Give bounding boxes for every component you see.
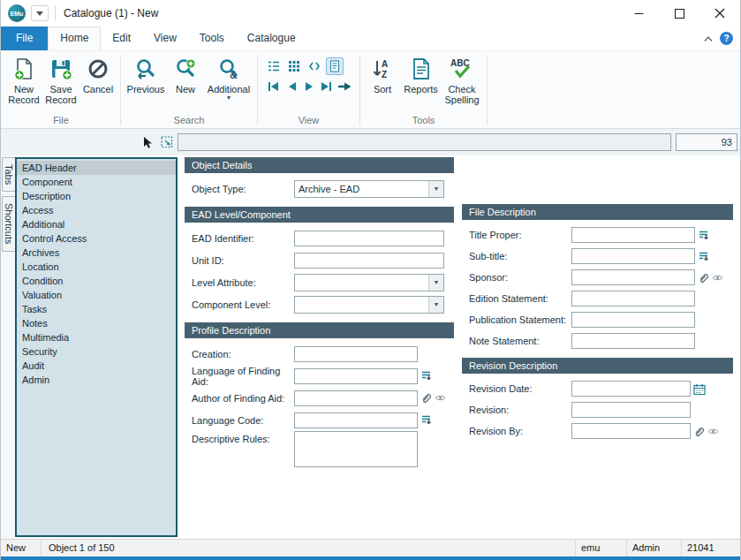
tab-edit[interactable]: Edit	[101, 26, 142, 50]
side-tab-shortcuts[interactable]: Shortcuts	[2, 196, 15, 251]
last-record-button[interactable]	[319, 81, 333, 92]
field-label: EAD Identifier:	[192, 233, 294, 244]
revision-date-input[interactable]	[571, 381, 691, 397]
sidebar-item-location[interactable]: Location	[17, 260, 176, 274]
ead-identifier-input[interactable]	[294, 231, 444, 246]
section-header-object-details: Object Details	[185, 157, 454, 173]
eye-icon[interactable]	[435, 394, 446, 402]
sub-title-input[interactable]	[571, 248, 695, 264]
language-code-input[interactable]	[294, 412, 418, 428]
help-icon[interactable]: ?	[720, 32, 733, 45]
field-label: Object Type:	[192, 184, 294, 194]
sidebar-item-archives[interactable]: Archives	[17, 246, 176, 260]
author-of-finding-aid-input[interactable]	[294, 390, 418, 406]
minimize-button[interactable]	[618, 0, 659, 26]
window-bottom-accent	[1, 556, 740, 560]
view-mode-page-button[interactable]	[326, 57, 344, 75]
additional-search-icon: &	[217, 56, 240, 82]
note-statement-input[interactable]	[571, 333, 695, 349]
attachment-icon[interactable]	[420, 392, 432, 404]
summary-field[interactable]	[178, 133, 671, 151]
reports-button[interactable]: Reports	[401, 53, 441, 95]
field-label: Descriptive Rules:	[192, 431, 294, 444]
sidebar-item-ead-header[interactable]: EAD Header	[17, 161, 176, 175]
lookup-list-icon[interactable]	[420, 414, 432, 426]
sidebar-item-multimedia[interactable]: Multimedia	[17, 330, 176, 344]
tab-home[interactable]: Home	[48, 26, 101, 50]
revision-input[interactable]	[571, 402, 691, 418]
additional-search-button[interactable]: & Additional ▾	[204, 53, 253, 102]
previous-search-button[interactable]: Previous	[125, 53, 167, 95]
calendar-icon[interactable]	[693, 383, 706, 395]
publication-statement-input[interactable]	[571, 312, 695, 328]
side-tab-tabs[interactable]: Tabs	[2, 157, 15, 192]
check-spelling-label: Check Spelling	[441, 84, 483, 105]
lookup-list-icon[interactable]	[420, 370, 432, 382]
tab-file[interactable]: File	[1, 26, 48, 50]
sidebar-item-condition[interactable]: Condition	[17, 274, 176, 288]
lookup-list-icon[interactable]	[698, 251, 709, 262]
view-mode-details-button[interactable]	[306, 57, 323, 75]
creation-input[interactable]	[294, 346, 418, 362]
status-server: emu	[576, 540, 627, 556]
sidebar-item-component[interactable]: Component	[17, 175, 176, 189]
eye-icon[interactable]	[712, 274, 723, 282]
component-level-select[interactable]: ▼	[294, 296, 444, 314]
window-controls	[618, 0, 740, 26]
goto-record-button[interactable]	[337, 81, 352, 92]
details-view-icon	[308, 60, 321, 72]
title-proper-input[interactable]	[571, 227, 695, 243]
new-search-button[interactable]: New	[167, 53, 204, 95]
next-record-button[interactable]	[302, 81, 314, 92]
object-type-select[interactable]: Archive - EAD ▼	[294, 180, 444, 198]
save-record-button[interactable]: Save Record	[42, 53, 79, 105]
tab-view[interactable]: View	[142, 26, 188, 50]
sort-button[interactable]: A Z Sort	[364, 53, 401, 95]
attachment-icon[interactable]	[698, 272, 709, 284]
level-attribute-select[interactable]: ▼	[294, 274, 444, 291]
sidebar-item-security[interactable]: Security	[17, 344, 176, 359]
sidebar-item-control-access[interactable]: Control Access	[17, 231, 176, 246]
sidebar-item-description[interactable]: Description	[17, 189, 176, 203]
svg-text:Z: Z	[382, 70, 387, 79]
sidebar-item-access[interactable]: Access	[17, 203, 176, 217]
cancel-button[interactable]: Cancel	[79, 53, 117, 95]
sponsor-input[interactable]	[571, 269, 695, 285]
view-mode-grid-button[interactable]	[285, 57, 303, 75]
revision-by-input[interactable]	[571, 423, 691, 439]
status-bar: New Object 1 of 150 emu Admin 21041	[1, 539, 740, 556]
new-record-button[interactable]: New Record	[5, 53, 42, 105]
sidebar-item-additional[interactable]: Additional	[17, 217, 176, 231]
eye-icon[interactable]	[707, 428, 719, 435]
sidebar-item-admin[interactable]: Admin	[17, 373, 176, 387]
maximize-button[interactable]	[659, 0, 699, 26]
lookup-list-icon[interactable]	[698, 230, 709, 241]
sidebar-item-tasks[interactable]: Tasks	[17, 302, 176, 316]
field-label: Level Attribute:	[192, 277, 294, 288]
descriptive-rules-textarea[interactable]	[294, 431, 418, 467]
group-label-tools: Tools	[364, 115, 483, 128]
first-record-button[interactable]	[267, 81, 281, 92]
previous-record-button[interactable]	[285, 81, 298, 92]
ribbon-separator	[359, 55, 360, 125]
ribbon-collapse-icon[interactable]	[703, 35, 714, 42]
object-type-value: Archive - EAD	[299, 184, 359, 194]
pointer-icon[interactable]	[140, 135, 155, 149]
close-button[interactable]	[699, 0, 740, 26]
status-mode: New	[1, 540, 42, 556]
select-all-icon[interactable]	[160, 135, 174, 149]
quick-access-dropdown[interactable]	[31, 5, 49, 21]
summary-toolbar: 93	[1, 129, 740, 155]
sidebar-item-audit[interactable]: Audit	[17, 359, 176, 373]
unit-id-input[interactable]	[294, 253, 444, 269]
tab-tools[interactable]: Tools	[188, 26, 236, 50]
language-of-finding-aid-input[interactable]	[294, 368, 418, 384]
edition-statement-input[interactable]	[571, 291, 695, 306]
view-mode-list-button[interactable]	[265, 57, 283, 75]
tab-catalogue[interactable]: Catalogue	[236, 26, 307, 50]
attachment-icon[interactable]	[693, 426, 705, 437]
sidebar-item-valuation[interactable]: Valuation	[17, 288, 176, 302]
ribbon-separator	[487, 55, 488, 125]
sidebar-item-notes[interactable]: Notes	[17, 316, 176, 330]
check-spelling-button[interactable]: ABC Check Spelling	[441, 53, 483, 105]
